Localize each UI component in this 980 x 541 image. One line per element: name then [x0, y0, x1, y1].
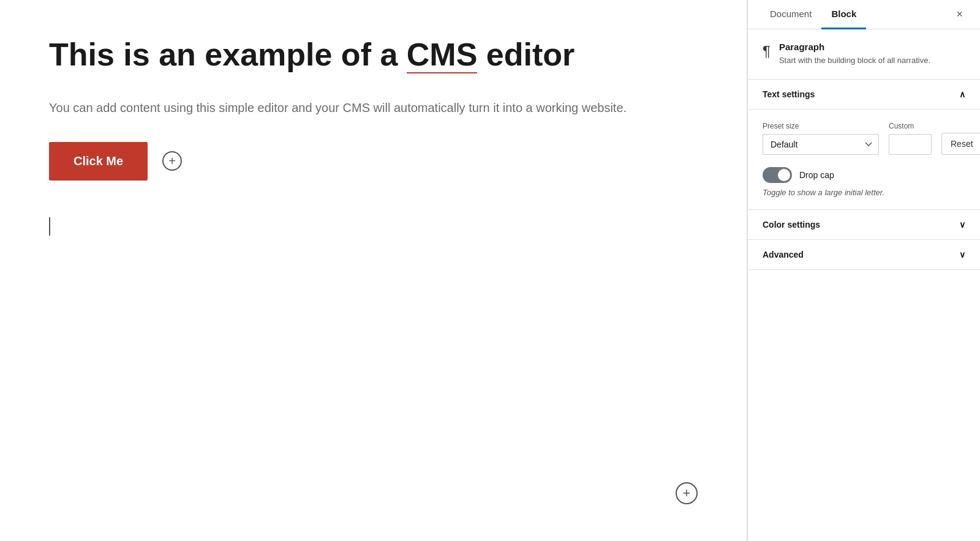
heading-text-1: This is an example of a [49, 37, 407, 72]
editor-heading: This is an example of a CMS editor [49, 37, 698, 73]
text-settings-label: Text settings [763, 89, 815, 99]
color-settings-label: Color settings [763, 220, 820, 229]
reset-button[interactable]: Reset [941, 133, 980, 155]
preset-size-label: Preset size [763, 122, 879, 130]
heading-cms-word: CMS [407, 37, 478, 73]
color-settings-header[interactable]: Color settings ∨ [748, 210, 980, 240]
paragraph-title: Paragraph [779, 42, 930, 52]
preset-row: Preset size Default Custom Reset [763, 122, 965, 155]
custom-size-label: Custom [889, 122, 932, 130]
cursor-line [49, 217, 698, 236]
close-button[interactable]: × [951, 3, 968, 26]
preset-size-field: Preset size Default [763, 122, 879, 155]
custom-size-input[interactable] [889, 134, 932, 155]
drop-cap-hint: Toggle to show a large initial letter. [763, 188, 965, 197]
toggle-knob [778, 169, 790, 181]
paragraph-info: Paragraph Start with the building block … [779, 42, 930, 67]
paragraph-description: Start with the building block of all nar… [779, 54, 930, 67]
text-settings-content: Preset size Default Custom Reset Drop ca… [748, 110, 980, 210]
editor-area: This is an example of a CMS editor You c… [0, 0, 747, 541]
editor-body-text: You can add content using this simple ed… [49, 98, 698, 118]
preset-size-select[interactable]: Default [763, 134, 879, 155]
bottom-add-block-icon[interactable]: + [676, 482, 698, 504]
color-settings-chevron-down: ∨ [959, 220, 965, 229]
drop-cap-row: Drop cap [763, 167, 965, 183]
heading-text-2: editor [477, 37, 575, 72]
tab-document[interactable]: Document [760, 0, 821, 29]
add-block-icon[interactable]: + [162, 151, 182, 171]
button-row: Click Me + [49, 142, 698, 181]
paragraph-section: ¶ Paragraph Start with the building bloc… [748, 29, 980, 80]
drop-cap-label: Drop cap [799, 170, 834, 180]
advanced-header[interactable]: Advanced ∨ [748, 240, 980, 270]
drop-cap-toggle[interactable] [763, 167, 792, 183]
text-settings-header[interactable]: Text settings ∧ [748, 80, 980, 110]
click-me-button[interactable]: Click Me [49, 142, 148, 181]
text-settings-chevron-up: ∧ [959, 89, 965, 99]
custom-size-field: Custom [889, 122, 932, 155]
cursor-bar [49, 217, 50, 236]
sidebar-tabs: Document Block × [748, 0, 980, 29]
sidebar: Document Block × ¶ Paragraph Start with … [747, 0, 980, 541]
advanced-chevron-down: ∨ [959, 250, 965, 259]
paragraph-icon: ¶ [763, 43, 771, 60]
tab-block[interactable]: Block [821, 0, 866, 29]
advanced-label: Advanced [763, 250, 804, 259]
